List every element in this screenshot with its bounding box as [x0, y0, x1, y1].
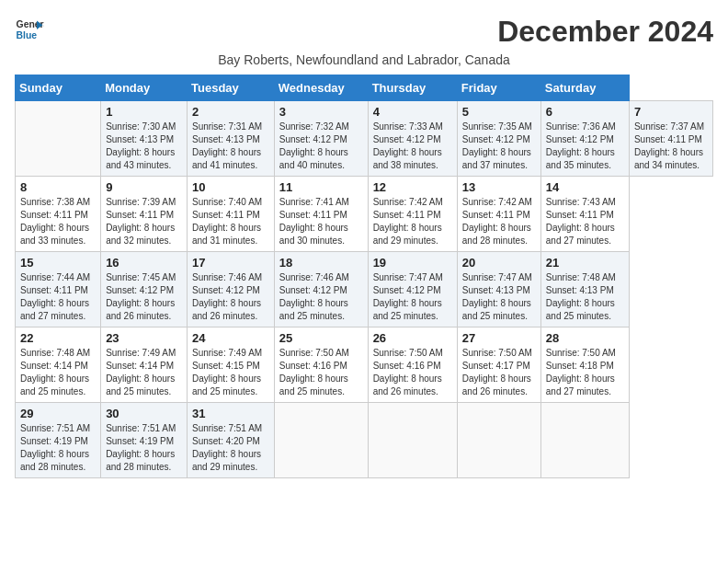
calendar-cell: 3Sunrise: 7:32 AMSunset: 4:12 PMDaylight…	[274, 101, 368, 177]
calendar-cell: 22Sunrise: 7:48 AMSunset: 4:14 PMDayligh…	[16, 327, 101, 403]
day-number: 18	[279, 256, 363, 270]
day-info: Sunrise: 7:51 AMSunset: 4:20 PMDaylight:…	[192, 423, 262, 472]
calendar-cell: 21Sunrise: 7:48 AMSunset: 4:13 PMDayligh…	[540, 252, 629, 327]
day-info: Sunrise: 7:51 AMSunset: 4:19 PMDaylight:…	[106, 423, 176, 472]
week-row-3: 15Sunrise: 7:44 AMSunset: 4:11 PMDayligh…	[16, 252, 713, 327]
day-header-friday: Friday	[457, 75, 540, 101]
calendar-cell	[16, 101, 101, 177]
day-number: 16	[106, 256, 182, 270]
calendar-cell	[540, 403, 629, 478]
day-number: 21	[546, 256, 624, 270]
day-number: 3	[279, 105, 363, 119]
logo: General Blue	[15, 15, 44, 44]
calendar-title: December 2024	[497, 15, 713, 49]
calendar-cell	[274, 403, 368, 478]
day-number: 7	[634, 105, 708, 119]
day-info: Sunrise: 7:43 AMSunset: 4:11 PMDaylight:…	[546, 197, 616, 246]
day-number: 1	[106, 105, 182, 119]
calendar-cell: 16Sunrise: 7:45 AMSunset: 4:12 PMDayligh…	[101, 252, 188, 327]
day-info: Sunrise: 7:46 AMSunset: 4:12 PMDaylight:…	[192, 272, 262, 321]
day-header-sunday: Sunday	[16, 75, 101, 101]
week-row-1: 1Sunrise: 7:30 AMSunset: 4:13 PMDaylight…	[16, 101, 713, 177]
day-number: 5	[462, 105, 536, 119]
day-number: 11	[279, 180, 363, 194]
day-header-wednesday: Wednesday	[274, 75, 368, 101]
day-number: 27	[462, 331, 536, 345]
day-number: 15	[20, 256, 96, 270]
day-number: 28	[546, 331, 624, 345]
week-row-4: 22Sunrise: 7:48 AMSunset: 4:14 PMDayligh…	[16, 327, 713, 403]
day-info: Sunrise: 7:44 AMSunset: 4:11 PMDaylight:…	[20, 272, 90, 321]
day-info: Sunrise: 7:31 AMSunset: 4:13 PMDaylight:…	[192, 121, 262, 170]
day-info: Sunrise: 7:38 AMSunset: 4:11 PMDaylight:…	[20, 197, 90, 246]
calendar-cell: 17Sunrise: 7:46 AMSunset: 4:12 PMDayligh…	[188, 252, 275, 327]
day-info: Sunrise: 7:36 AMSunset: 4:12 PMDaylight:…	[546, 121, 616, 170]
day-info: Sunrise: 7:39 AMSunset: 4:11 PMDaylight:…	[106, 197, 176, 246]
day-info: Sunrise: 7:50 AMSunset: 4:16 PMDaylight:…	[279, 348, 349, 396]
calendar-subtitle: Bay Roberts, Newfoundland and Labrador, …	[15, 52, 713, 67]
day-info: Sunrise: 7:49 AMSunset: 4:15 PMDaylight:…	[192, 348, 262, 396]
day-info: Sunrise: 7:30 AMSunset: 4:13 PMDaylight:…	[106, 121, 176, 170]
week-row-5: 29Sunrise: 7:51 AMSunset: 4:19 PMDayligh…	[16, 403, 713, 478]
day-info: Sunrise: 7:42 AMSunset: 4:11 PMDaylight:…	[462, 197, 532, 246]
day-info: Sunrise: 7:37 AMSunset: 4:11 PMDaylight:…	[634, 121, 704, 170]
day-number: 2	[192, 105, 269, 119]
day-number: 30	[106, 407, 182, 420]
day-number: 24	[192, 331, 269, 345]
day-number: 26	[373, 331, 452, 345]
day-info: Sunrise: 7:33 AMSunset: 4:12 PMDaylight:…	[373, 121, 443, 170]
calendar-cell: 30Sunrise: 7:51 AMSunset: 4:19 PMDayligh…	[101, 403, 188, 478]
calendar-cell: 8Sunrise: 7:38 AMSunset: 4:11 PMDaylight…	[16, 177, 101, 252]
day-header-monday: Monday	[101, 75, 188, 101]
day-number: 8	[20, 180, 96, 194]
day-number: 13	[462, 180, 536, 194]
day-info: Sunrise: 7:35 AMSunset: 4:12 PMDaylight:…	[462, 121, 532, 170]
svg-text:Blue: Blue	[17, 30, 38, 40]
week-row-2: 8Sunrise: 7:38 AMSunset: 4:11 PMDaylight…	[16, 177, 713, 252]
day-number: 25	[279, 331, 363, 345]
day-info: Sunrise: 7:41 AMSunset: 4:11 PMDaylight:…	[279, 197, 349, 246]
calendar-cell: 9Sunrise: 7:39 AMSunset: 4:11 PMDaylight…	[101, 177, 188, 252]
calendar-cell: 28Sunrise: 7:50 AMSunset: 4:18 PMDayligh…	[540, 327, 629, 403]
day-number: 19	[373, 256, 452, 270]
day-info: Sunrise: 7:48 AMSunset: 4:13 PMDaylight:…	[546, 272, 616, 321]
day-number: 14	[546, 180, 624, 194]
day-info: Sunrise: 7:47 AMSunset: 4:13 PMDaylight:…	[462, 272, 532, 321]
day-info: Sunrise: 7:32 AMSunset: 4:12 PMDaylight:…	[279, 121, 349, 170]
calendar-cell: 15Sunrise: 7:44 AMSunset: 4:11 PMDayligh…	[16, 252, 101, 327]
calendar-cell: 25Sunrise: 7:50 AMSunset: 4:16 PMDayligh…	[274, 327, 368, 403]
calendar-cell: 7Sunrise: 7:37 AMSunset: 4:11 PMDaylight…	[629, 101, 712, 177]
day-info: Sunrise: 7:40 AMSunset: 4:11 PMDaylight:…	[192, 197, 262, 246]
calendar-cell: 1Sunrise: 7:30 AMSunset: 4:13 PMDaylight…	[101, 101, 188, 177]
day-info: Sunrise: 7:48 AMSunset: 4:14 PMDaylight:…	[20, 348, 90, 396]
header: General Blue December 2024	[15, 15, 713, 49]
day-header-thursday: Thursday	[368, 75, 457, 101]
day-info: Sunrise: 7:46 AMSunset: 4:12 PMDaylight:…	[279, 272, 349, 321]
calendar-cell	[457, 403, 540, 478]
calendar-cell: 5Sunrise: 7:35 AMSunset: 4:12 PMDaylight…	[457, 101, 540, 177]
calendar-cell: 2Sunrise: 7:31 AMSunset: 4:13 PMDaylight…	[188, 101, 275, 177]
day-number: 4	[373, 105, 452, 119]
day-info: Sunrise: 7:51 AMSunset: 4:19 PMDaylight:…	[20, 423, 90, 472]
day-number: 6	[546, 105, 624, 119]
calendar-cell: 11Sunrise: 7:41 AMSunset: 4:11 PMDayligh…	[274, 177, 368, 252]
day-number: 17	[192, 256, 269, 270]
calendar-cell: 10Sunrise: 7:40 AMSunset: 4:11 PMDayligh…	[188, 177, 275, 252]
calendar-cell: 23Sunrise: 7:49 AMSunset: 4:14 PMDayligh…	[101, 327, 188, 403]
calendar-cell: 27Sunrise: 7:50 AMSunset: 4:17 PMDayligh…	[457, 327, 540, 403]
day-info: Sunrise: 7:49 AMSunset: 4:14 PMDaylight:…	[106, 348, 176, 396]
day-number: 29	[20, 407, 96, 420]
day-info: Sunrise: 7:47 AMSunset: 4:12 PMDaylight:…	[373, 272, 443, 321]
day-number: 31	[192, 407, 269, 420]
calendar-cell: 19Sunrise: 7:47 AMSunset: 4:12 PMDayligh…	[368, 252, 457, 327]
logo-icon: General Blue	[15, 15, 44, 44]
day-number: 9	[106, 180, 182, 194]
calendar-table: SundayMondayTuesdayWednesdayThursdayFrid…	[15, 75, 713, 478]
calendar-cell: 29Sunrise: 7:51 AMSunset: 4:19 PMDayligh…	[16, 403, 101, 478]
calendar-cell	[368, 403, 457, 478]
day-header-saturday: Saturday	[540, 75, 629, 101]
day-info: Sunrise: 7:50 AMSunset: 4:17 PMDaylight:…	[462, 348, 532, 396]
calendar-cell: 24Sunrise: 7:49 AMSunset: 4:15 PMDayligh…	[188, 327, 275, 403]
day-info: Sunrise: 7:45 AMSunset: 4:12 PMDaylight:…	[106, 272, 176, 321]
calendar-cell: 4Sunrise: 7:33 AMSunset: 4:12 PMDaylight…	[368, 101, 457, 177]
